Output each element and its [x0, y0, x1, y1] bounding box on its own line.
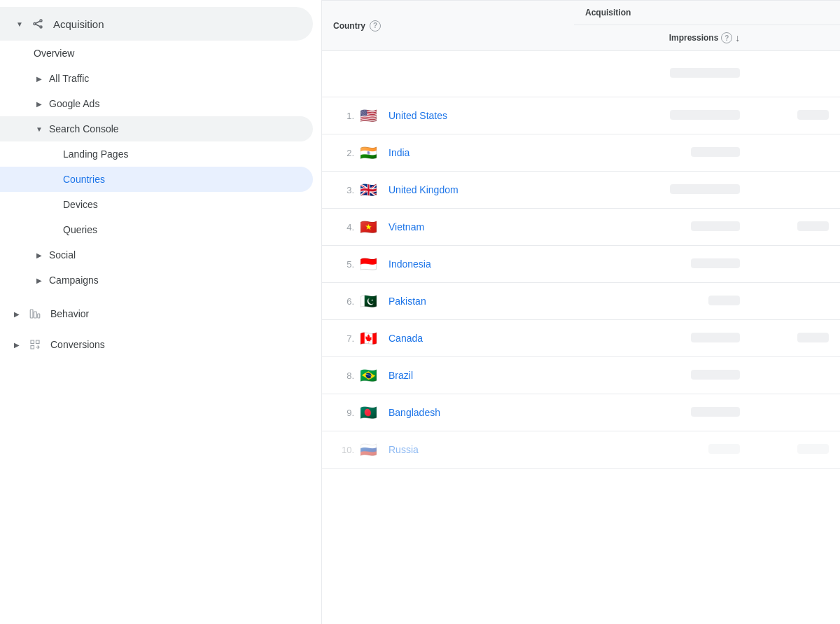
blurred-extra-value	[797, 221, 829, 231]
country-cell[interactable]: 2. 🇮🇳 India	[322, 134, 574, 172]
blurred-impressions-value	[691, 407, 740, 417]
country-help-icon[interactable]: ?	[370, 20, 381, 32]
country-name[interactable]: India	[388, 147, 410, 158]
row-number: 5.	[333, 259, 354, 270]
sidebar-item-conversions-label: Conversions	[50, 339, 105, 350]
sidebar: ▼ Acquisition Overview ▶ All Traffic ▶ G…	[0, 0, 322, 624]
column-impressions-header[interactable]: Impressions ? ↓	[574, 25, 751, 51]
country-name[interactable]: Brazil	[388, 370, 413, 381]
sidebar-item-queries[interactable]: Queries	[0, 217, 313, 242]
row-number: 1.	[333, 111, 354, 121]
sidebar-item-search-console[interactable]: ▼ Search Console	[0, 116, 313, 141]
sidebar-item-google-ads[interactable]: ▶ Google Ads	[0, 91, 313, 116]
country-cell[interactable]: 1. 🇺🇸 United States	[322, 97, 574, 134]
impressions-help-icon[interactable]: ?	[721, 32, 732, 43]
sidebar-item-overview[interactable]: Overview	[0, 41, 313, 66]
sidebar-item-conversions[interactable]: ▶ Conversions	[0, 329, 313, 360]
extra-cell-blank	[751, 51, 840, 97]
column-acquisition-label: Acquisition	[585, 8, 631, 18]
table-row: 2. 🇮🇳 India	[322, 134, 840, 172]
impressions-cell	[574, 134, 751, 172]
sidebar-item-acquisition[interactable]: ▼ Acquisition	[0, 7, 313, 41]
extra-cell	[751, 320, 840, 357]
sidebar-item-landing-pages[interactable]: Landing Pages	[0, 141, 313, 167]
row-number: 10.	[333, 445, 354, 455]
table-row: 1. 🇺🇸 United States	[322, 97, 840, 134]
sidebar-item-acquisition-label: Acquisition	[53, 18, 104, 30]
sidebar-item-campaigns[interactable]: ▶ Campaigns	[0, 268, 313, 293]
sidebar-item-queries-label: Queries	[63, 224, 97, 235]
impressions-cell	[574, 320, 751, 357]
extra-cell	[751, 246, 840, 283]
country-flag: 🇨🇦	[360, 330, 377, 347]
blurred-impressions-value	[708, 444, 740, 454]
row-number: 9.	[333, 408, 354, 418]
sidebar-item-behavior-label: Behavior	[50, 308, 89, 319]
table-row: 9. 🇧🇩 Bangladesh	[322, 394, 840, 431]
row-number: 8.	[333, 370, 354, 381]
country-flag: 🇧🇩	[360, 404, 377, 421]
country-name[interactable]: Pakistan	[388, 296, 426, 307]
column-country-header: Country ?	[322, 1, 574, 51]
blurred-impressions-value	[691, 258, 740, 268]
sidebar-item-devices-label: Devices	[63, 199, 98, 210]
table-row: 4. 🇻🇳 Vietnam	[322, 209, 840, 246]
country-cell[interactable]: 5. 🇮🇩 Indonesia	[322, 246, 574, 283]
country-name[interactable]: Bangladesh	[388, 407, 440, 418]
country-flag: 🇷🇺	[360, 441, 377, 458]
sidebar-item-countries[interactable]: Countries	[0, 167, 313, 192]
sidebar-item-devices[interactable]: Devices	[0, 192, 313, 217]
impressions-cell	[574, 394, 751, 431]
sidebar-item-behavior[interactable]: ▶ Behavior	[0, 298, 313, 329]
country-cell[interactable]: 9. 🇧🇩 Bangladesh	[322, 394, 574, 431]
social-arrow: ▶	[34, 249, 45, 261]
row-number: 7.	[333, 333, 354, 344]
impressions-cell	[574, 209, 751, 246]
country-flag: 🇬🇧	[360, 181, 377, 198]
blurred-impressions-value	[670, 184, 740, 194]
table-row: 5. 🇮🇩 Indonesia	[322, 246, 840, 283]
blurred-impressions-value	[691, 370, 740, 380]
sort-descending-icon[interactable]: ↓	[735, 32, 740, 43]
svg-rect-7	[38, 314, 40, 318]
country-name[interactable]: Russia	[388, 444, 419, 455]
table-header-top: Country ? Acquisition	[322, 1, 840, 25]
country-name[interactable]: United Kingdom	[388, 184, 458, 195]
extra-cell	[751, 357, 840, 394]
country-cell[interactable]: 8. 🇧🇷 Brazil	[322, 357, 574, 394]
country-flag: 🇧🇷	[360, 367, 377, 384]
country-name[interactable]: Canada	[388, 333, 423, 344]
country-cell[interactable]: 6. 🇵🇰 Pakistan	[322, 283, 574, 320]
country-flag: 🇺🇸	[360, 107, 377, 124]
country-cell[interactable]: 10. 🇷🇺 Russia	[322, 431, 574, 469]
country-name[interactable]: Indonesia	[388, 258, 431, 270]
sidebar-item-all-traffic[interactable]: ▶ All Traffic	[0, 66, 313, 91]
countries-table: Country ? Acquisition Impressions ? ↓	[322, 0, 840, 469]
table-row: 10. 🇷🇺 Russia	[322, 431, 840, 469]
blurred-extra-value	[797, 333, 829, 342]
country-cell[interactable]: 4. 🇻🇳 Vietnam	[322, 209, 574, 246]
svg-line-4	[36, 25, 40, 27]
country-name[interactable]: United States	[388, 110, 447, 121]
main-content: Country ? Acquisition Impressions ? ↓	[322, 0, 840, 624]
row-number: 4.	[333, 222, 354, 233]
row-number: 3.	[333, 185, 354, 195]
table-row: 6. 🇵🇰 Pakistan	[322, 283, 840, 320]
impressions-cell	[574, 97, 751, 134]
table-row: 8. 🇧🇷 Brazil	[322, 357, 840, 394]
sidebar-item-social[interactable]: ▶ Social	[0, 242, 313, 268]
svg-point-1	[40, 20, 42, 22]
country-cell[interactable]: 3. 🇬🇧 United Kingdom	[322, 172, 574, 209]
blurred-impressions-value	[708, 296, 740, 305]
table-row: 3. 🇬🇧 United Kingdom	[322, 172, 840, 209]
table-row-top-blurred	[322, 51, 840, 97]
country-cell[interactable]: 7. 🇨🇦 Canada	[322, 320, 574, 357]
impressions-cell	[574, 357, 751, 394]
behavior-icon	[27, 305, 43, 322]
svg-line-3	[36, 21, 40, 23]
table-row: 7. 🇨🇦 Canada	[322, 320, 840, 357]
svg-point-0	[34, 23, 36, 25]
blurred-impressions-value	[691, 221, 740, 231]
google-ads-arrow: ▶	[34, 98, 45, 109]
country-name[interactable]: Vietnam	[388, 221, 424, 233]
